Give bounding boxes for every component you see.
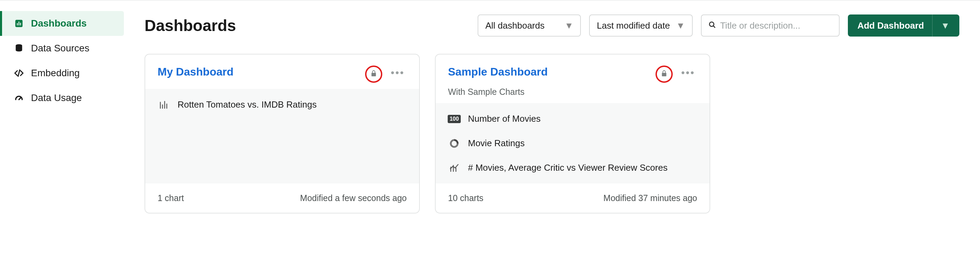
search-box[interactable] <box>701 14 840 37</box>
sidebar-item-data-usage[interactable]: Data Usage <box>0 85 124 110</box>
lock-icon[interactable] <box>660 70 668 78</box>
chart-item[interactable]: Movie Ratings <box>436 131 710 155</box>
dashboard-card[interactable]: Sample Dashboard ••• With Sample Charts <box>435 54 710 213</box>
sidebar: Dashboards Data Sources Embedding Data U… <box>0 0 124 269</box>
lock-icon[interactable] <box>370 70 377 78</box>
search-input[interactable] <box>720 20 832 31</box>
sidebar-item-data-sources[interactable]: Data Sources <box>0 36 124 61</box>
sidebar-item-label: Data Sources <box>31 43 89 54</box>
chart-item-label: # Movies, Average Critic vs Viewer Revie… <box>468 162 668 173</box>
code-icon <box>14 68 24 78</box>
add-dashboard-button[interactable]: Add Dashboard ▼ <box>848 14 959 37</box>
card-header: Sample Dashboard ••• With Sample Charts <box>436 54 710 103</box>
search-icon <box>708 20 716 31</box>
chevron-down-icon: ▼ <box>565 20 574 31</box>
card-chart-list: Rotten Tomatoes vs. IMDB Ratings <box>145 89 419 184</box>
dashboard-cards: My Dashboard ••• Rotte <box>145 54 959 213</box>
sidebar-item-label: Embedding <box>31 67 80 78</box>
sidebar-item-label: Data Usage <box>31 93 82 104</box>
sidebar-item-label: Dashboards <box>31 18 87 29</box>
chart-item[interactable]: 100 Number of Movies <box>436 107 710 131</box>
chart-item[interactable]: Rotten Tomatoes vs. IMDB Ratings <box>145 93 419 117</box>
chevron-down-icon[interactable]: ▼ <box>932 14 950 37</box>
dashboards-icon <box>14 19 24 28</box>
chevron-down-icon: ▼ <box>676 20 685 31</box>
filter-view-select[interactable]: All dashboards ▼ <box>477 14 581 37</box>
chart-item-label: Rotten Tomatoes vs. IMDB Ratings <box>178 99 317 110</box>
card-chart-list: 100 Number of Movies Movie Ratings <box>436 103 710 184</box>
chart-item[interactable]: # Movies, Average Critic vs Viewer Revie… <box>436 155 710 180</box>
gauge-icon <box>14 93 24 103</box>
sidebar-item-embedding[interactable]: Embedding <box>0 61 124 85</box>
topbar: Dashboards All dashboards ▼ Last modifie… <box>145 14 959 37</box>
chart-item-label: Number of Movies <box>468 114 541 124</box>
lock-highlight <box>655 66 673 83</box>
chart-count: 1 chart <box>158 193 184 203</box>
svg-point-2 <box>709 22 714 26</box>
card-menu-button[interactable]: ••• <box>388 66 407 80</box>
donut-chart-icon <box>448 138 460 149</box>
combo-chart-icon <box>448 163 460 173</box>
page-title: Dashboards <box>145 16 469 35</box>
card-header: My Dashboard ••• <box>145 54 419 89</box>
add-dashboard-label: Add Dashboard <box>858 20 924 31</box>
modified-time: Modified 37 minutes ago <box>603 193 697 203</box>
card-subtitle: With Sample Charts <box>448 87 697 97</box>
card-footer: 1 chart Modified a few seconds ago <box>145 184 419 213</box>
chart-count: 10 charts <box>448 193 484 203</box>
dashboard-card[interactable]: My Dashboard ••• Rotte <box>145 54 420 213</box>
card-title[interactable]: Sample Dashboard <box>448 66 655 78</box>
card-menu-button[interactable]: ••• <box>679 66 697 80</box>
filter-sort-select[interactable]: Last modified date ▼ <box>589 14 692 37</box>
lock-highlight <box>365 66 382 83</box>
modified-time: Modified a few seconds ago <box>300 193 407 203</box>
card-footer: 10 charts Modified 37 minutes ago <box>436 184 710 213</box>
sidebar-item-dashboards[interactable]: Dashboards <box>0 11 124 36</box>
main: Dashboards All dashboards ▼ Last modifie… <box>124 0 980 269</box>
filter-sort-label: Last modified date <box>597 20 670 31</box>
card-title[interactable]: My Dashboard <box>158 66 365 78</box>
bar-chart-icon <box>158 100 170 110</box>
chart-item-label: Movie Ratings <box>468 138 525 149</box>
number-icon: 100 <box>448 115 460 123</box>
filter-view-label: All dashboards <box>485 20 544 31</box>
database-icon <box>14 43 24 53</box>
